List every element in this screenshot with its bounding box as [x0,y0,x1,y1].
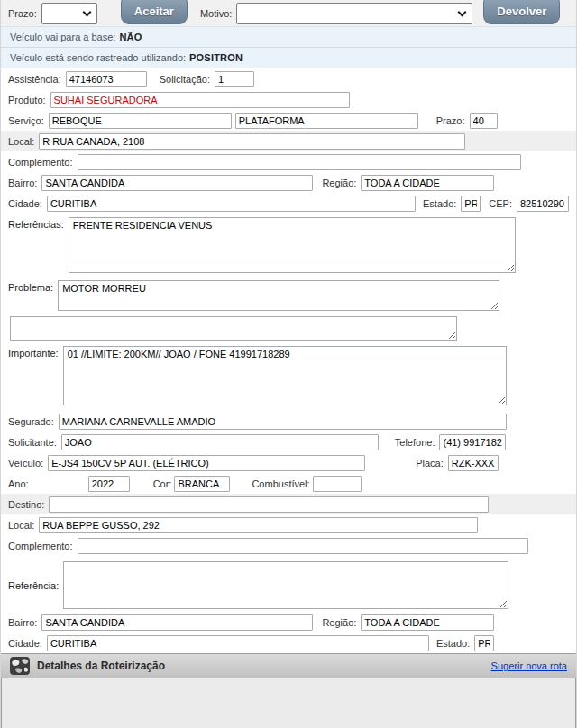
prazo-select[interactable] [41,3,97,24]
destino-complemento-field[interactable] [78,538,528,554]
bairro-field[interactable] [41,175,313,191]
solicitante-field[interactable] [61,434,379,450]
ano-field[interactable] [88,476,130,492]
assistencia-field[interactable] [66,71,147,87]
solicitacao-label: Solicitação: [160,74,210,85]
destino-field[interactable] [49,496,489,513]
destino-referencia-textarea[interactable] [63,561,508,609]
referencias-textarea[interactable] [69,217,516,273]
complemento-row: Complemento: [1,151,576,172]
destino-cidade-field[interactable] [47,635,429,651]
observacao-textarea[interactable] [10,316,457,341]
destino-cidade-row: Cidade: Estado: [1,632,576,653]
toolbar: Prazo: Aceitar Motivo: Devolver [1,0,576,27]
referencias-label: Referências: [8,217,64,230]
tracking-info-value: POSITRON [189,52,243,63]
aceitar-button[interactable]: Aceitar [121,0,188,24]
importante-textarea[interactable] [63,346,507,405]
problema-textarea[interactable] [58,280,499,311]
destino-local-field[interactable] [39,517,478,533]
destino-complemento-row: Complemento: [1,535,576,556]
regiao-field[interactable] [361,175,494,191]
local-label: Local: [8,136,34,147]
servico-field[interactable] [49,113,232,129]
cor-label: Cor: [153,478,172,489]
cep-label: CEP: [489,198,512,209]
globe-icon [10,657,30,675]
devolver-button[interactable]: Devolver [483,0,560,24]
chevron-down-icon [82,7,91,16]
motivo-select[interactable] [236,3,472,24]
routing-title: Detalhes da Roteirização [37,660,165,672]
segurado-row: Segurado: [1,411,576,432]
complemento-label: Complemento: [8,157,73,168]
destino-referencia-row: Referência: [1,556,576,612]
telefone-label: Telefone: [395,437,435,448]
tracking-info-label: Veículo está sendo rastreado utilizando: [10,52,186,63]
estado-field[interactable] [461,196,481,212]
problema-row: Problema: [1,277,576,313]
destino-bairro-row: Bairro: Região: [1,612,576,632]
destino-estado-field[interactable] [474,635,494,651]
chevron-down-icon [458,7,467,16]
tracking-info-bar: Veículo está sendo rastreado utilizando:… [1,48,576,68]
solicitacao-field[interactable] [215,71,254,87]
ano-row: Ano: Cor: Combustível: [1,473,576,494]
local-row: Local: [1,131,576,151]
servico-row: Serviço: Prazo: [1,110,576,131]
combustivel-field[interactable] [313,476,362,492]
veiculo-field[interactable] [48,455,365,471]
referencias-row: Referências: [1,214,576,277]
produto-field[interactable] [50,92,350,108]
destino-complemento-label: Complemento: [8,541,73,551]
bairro-label: Bairro: [8,177,37,188]
destino-local-label: Local: [8,520,34,531]
destino-bairro-label: Bairro: [8,617,37,628]
prazo-toolbar-label: Prazo: [8,8,37,19]
servico-tipo-field[interactable] [235,113,418,129]
produto-label: Produto: [8,95,46,105]
assistencia-label: Assistência: [8,74,61,85]
solicitante-label: Solicitante: [8,437,57,448]
regiao-label: Região: [322,177,356,188]
destino-row: Destino: [1,494,576,514]
base-info-bar: Veículo vai para a base: NÃO [1,27,576,48]
base-info-value: NÃO [119,32,142,42]
veiculo-label: Veículo: [8,458,43,469]
segurado-field[interactable] [59,414,507,430]
ano-label: Ano: [8,478,29,489]
destino-regiao-field[interactable] [361,614,494,631]
destino-local-row: Local: [1,514,576,535]
routing-details-panel [1,678,576,728]
veiculo-row: Veículo: Placa: [1,452,576,473]
solicitante-row: Solicitante: Telefone: [1,432,576,452]
routing-header: Detalhes da Roteirização Sugerir nova ro… [1,653,576,678]
combustivel-label: Combustível: [252,478,309,489]
placa-field[interactable] [448,455,499,471]
bairro-row: Bairro: Região: [1,172,576,193]
telefone-field[interactable] [439,434,506,450]
destino-bairro-field[interactable] [41,614,313,631]
local-field[interactable] [39,133,465,150]
assistance-order-page: Prazo: Aceitar Motivo: Devolver Veículo … [0,0,577,728]
base-info-label: Veículo vai para a base: [10,32,115,42]
destino-estado-label: Estado: [436,638,470,649]
estado-label: Estado: [423,198,456,209]
placa-label: Placa: [416,458,444,469]
destino-regiao-label: Região: [322,617,356,628]
cor-field[interactable] [174,476,230,492]
destino-label: Destino: [8,499,44,510]
prazo-field[interactable] [470,113,498,129]
segurado-label: Segurado: [8,416,54,427]
sugerir-nova-rota-link[interactable]: Sugerir nova rota [491,660,567,671]
prazo-label: Prazo: [436,115,465,126]
importante-row: Importante: [1,342,576,411]
cidade-row: Cidade: Estado: CEP: [1,193,576,214]
cep-field[interactable] [517,196,569,212]
produto-row: Produto: [1,89,576,110]
importante-label: Importante: [8,346,59,359]
destino-cidade-label: Cidade: [8,638,42,649]
servico-label: Serviço: [8,115,44,126]
cidade-field[interactable] [47,196,416,212]
complemento-field[interactable] [78,154,521,170]
